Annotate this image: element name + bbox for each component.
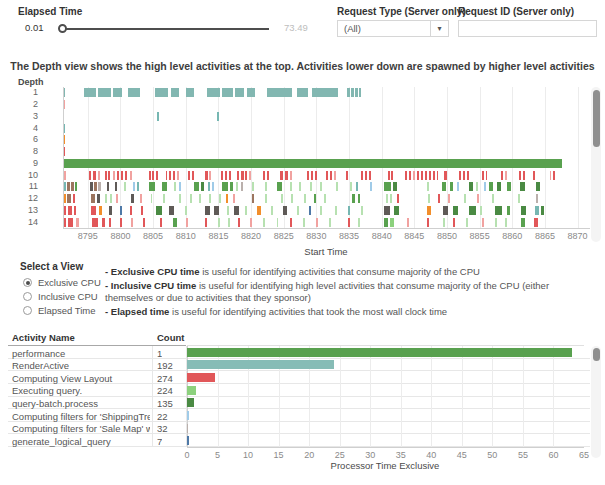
gantt-activity-mark[interactable] bbox=[208, 182, 210, 191]
gantt-activity-mark[interactable] bbox=[228, 218, 230, 227]
gantt-activity-mark[interactable] bbox=[507, 182, 511, 191]
gantt-activity-mark[interactable] bbox=[359, 88, 362, 97]
gantt-activity-mark[interactable] bbox=[245, 171, 247, 180]
gantt-activity-mark[interactable] bbox=[507, 206, 510, 215]
processor-time-bar[interactable] bbox=[187, 373, 215, 382]
gantt-activity-mark[interactable] bbox=[194, 182, 199, 191]
gantt-activity-mark[interactable] bbox=[297, 88, 308, 97]
gantt-activity-mark[interactable] bbox=[105, 194, 107, 203]
gantt-activity-mark[interactable] bbox=[280, 171, 283, 180]
gantt-activity-mark[interactable] bbox=[89, 171, 91, 180]
gantt-activity-mark[interactable] bbox=[74, 206, 76, 215]
gantt-activity-mark[interactable] bbox=[207, 88, 220, 97]
gantt-activity-mark[interactable] bbox=[71, 182, 74, 191]
gantt-activity-mark[interactable] bbox=[93, 171, 96, 180]
gantt-activity-mark[interactable] bbox=[290, 182, 292, 191]
gantt-activity-mark[interactable] bbox=[518, 194, 520, 203]
gantt-activity-mark[interactable] bbox=[263, 171, 265, 180]
gantt-activity-mark[interactable] bbox=[348, 206, 350, 215]
chevron-down-icon[interactable]: ▾ bbox=[430, 21, 448, 36]
gantt-activity-mark[interactable] bbox=[534, 218, 537, 227]
gantt-activity-mark[interactable] bbox=[428, 194, 430, 203]
gantt-activity-mark[interactable] bbox=[314, 194, 317, 203]
gantt-activity-mark[interactable] bbox=[130, 206, 132, 215]
gantt-activity-mark[interactable] bbox=[115, 182, 118, 191]
gantt-activity-mark[interactable] bbox=[541, 206, 544, 215]
gantt-activity-mark[interactable] bbox=[443, 218, 445, 227]
gantt-activity-mark[interactable] bbox=[334, 171, 336, 180]
gantt-activity-mark[interactable] bbox=[444, 171, 447, 180]
gantt-activity-mark[interactable] bbox=[249, 171, 251, 180]
gantt-activity-mark[interactable] bbox=[442, 182, 446, 191]
gantt-activity-mark[interactable] bbox=[212, 182, 214, 191]
gantt-activity-mark[interactable] bbox=[346, 171, 348, 180]
gantt-activity-mark[interactable] bbox=[520, 182, 525, 191]
gantt-activity-mark[interactable] bbox=[222, 88, 233, 97]
gantt-activity-mark[interactable] bbox=[417, 171, 419, 180]
gantt-activity-mark[interactable] bbox=[352, 194, 355, 203]
gantt-activity-mark[interactable] bbox=[149, 182, 155, 191]
gantt-activity-mark[interactable] bbox=[214, 206, 219, 215]
gantt-activity-mark[interactable] bbox=[307, 171, 309, 180]
gantt-activity-mark[interactable] bbox=[120, 206, 122, 215]
gantt-activity-mark[interactable] bbox=[277, 182, 282, 191]
gantt-activity-mark[interactable] bbox=[125, 171, 127, 180]
gantt-activity-mark[interactable] bbox=[245, 206, 247, 215]
gantt-activity-mark[interactable] bbox=[116, 194, 118, 203]
gantt-activity-mark[interactable] bbox=[108, 171, 110, 180]
gantt-activity-mark[interactable] bbox=[536, 194, 538, 203]
gantt-activity-mark[interactable] bbox=[358, 218, 360, 227]
gantt-activity-mark[interactable] bbox=[324, 194, 326, 203]
gantt-activity-mark[interactable] bbox=[94, 182, 97, 191]
gantt-activity-mark[interactable] bbox=[98, 182, 101, 191]
gantt-activity-mark[interactable] bbox=[303, 218, 305, 227]
gantt-activity-mark[interactable] bbox=[521, 206, 526, 215]
gantt-activity-mark[interactable] bbox=[464, 194, 466, 203]
gantt-activity-mark[interactable] bbox=[247, 88, 255, 97]
radio-exclusive-cpu[interactable] bbox=[23, 278, 32, 287]
gantt-activity-mark[interactable] bbox=[76, 218, 79, 227]
gantt-activity-mark[interactable] bbox=[450, 182, 453, 191]
gantt-activity-mark[interactable] bbox=[192, 171, 194, 180]
processor-time-bar[interactable] bbox=[187, 436, 189, 445]
gantt-activity-mark[interactable] bbox=[386, 194, 388, 203]
gantt-activity-mark[interactable] bbox=[469, 182, 474, 191]
gantt-activity-mark[interactable] bbox=[265, 194, 267, 203]
gantt-activity-mark[interactable] bbox=[190, 194, 192, 203]
gantt-activity-mark[interactable] bbox=[67, 182, 70, 191]
gantt-activity-mark[interactable] bbox=[222, 182, 227, 191]
gantt-activity-mark[interactable] bbox=[151, 194, 153, 203]
gantt-activity-mark[interactable] bbox=[169, 171, 171, 180]
gantt-activity-mark[interactable] bbox=[98, 171, 100, 180]
gantt-activity-mark[interactable] bbox=[315, 171, 317, 180]
gantt-activity-mark[interactable] bbox=[407, 218, 409, 227]
gantt-activity-mark[interactable] bbox=[397, 194, 399, 203]
gantt-activity-mark[interactable] bbox=[241, 171, 243, 180]
gantt-activity-mark[interactable] bbox=[320, 182, 322, 191]
gantt-activity-mark[interactable] bbox=[501, 171, 503, 180]
gantt-activity-mark[interactable] bbox=[384, 206, 391, 215]
processor-time-bar[interactable] bbox=[187, 424, 188, 433]
gantt-activity-mark[interactable] bbox=[505, 171, 507, 180]
gantt-activity-mark[interactable] bbox=[356, 182, 358, 191]
gantt-activity-mark[interactable] bbox=[497, 182, 502, 191]
gantt-activity-mark[interactable] bbox=[355, 88, 358, 97]
gantt-activity-mark[interactable] bbox=[141, 206, 143, 215]
gantt-activity-mark[interactable] bbox=[227, 206, 229, 215]
gantt-activity-mark[interactable] bbox=[205, 206, 210, 215]
gantt-activity-mark[interactable] bbox=[350, 182, 352, 191]
gantt-activity-mark[interactable] bbox=[466, 218, 468, 227]
gantt-activity-mark[interactable] bbox=[257, 206, 261, 215]
gantt-activity-mark[interactable] bbox=[326, 171, 328, 180]
gantt-activity-mark[interactable] bbox=[110, 194, 112, 203]
gantt-activity-mark[interactable] bbox=[290, 218, 292, 227]
gantt-activity-mark[interactable] bbox=[173, 218, 177, 227]
gantt-activity-mark[interactable] bbox=[347, 88, 350, 97]
processor-time-bar[interactable] bbox=[187, 398, 194, 407]
gantt-activity-mark[interactable] bbox=[209, 194, 211, 203]
gantt-activity-mark[interactable] bbox=[73, 194, 75, 203]
gantt-activity-mark[interactable] bbox=[171, 88, 179, 97]
radio-inclusive-cpu[interactable] bbox=[23, 292, 32, 301]
gantt-activity-mark[interactable] bbox=[128, 88, 140, 97]
radio-elapsed-time-label[interactable]: Elapsed Time bbox=[38, 305, 96, 316]
